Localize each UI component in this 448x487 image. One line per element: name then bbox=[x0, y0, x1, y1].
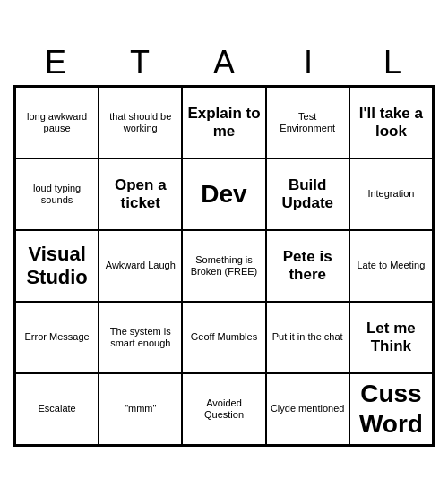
bingo-cell-9[interactable]: Integration bbox=[349, 158, 433, 230]
bingo-cell-21[interactable]: "mmm" bbox=[99, 373, 182, 445]
bingo-cell-17[interactable]: Geoff Mumbles bbox=[182, 302, 265, 373]
bingo-cell-6[interactable]: Open a ticket bbox=[99, 158, 182, 230]
bingo-cell-24[interactable]: Cuss Word bbox=[349, 373, 433, 445]
bingo-grid: long awkward pausethat should be working… bbox=[13, 85, 435, 447]
bingo-cell-16[interactable]: The system is smart enough bbox=[99, 302, 182, 373]
bingo-cell-23[interactable]: Clyde mentioned bbox=[266, 373, 349, 445]
bingo-cell-0[interactable]: long awkward pause bbox=[15, 87, 99, 158]
bingo-cell-1[interactable]: that should be working bbox=[99, 87, 182, 158]
bingo-cell-7[interactable]: Dev bbox=[182, 158, 265, 230]
bingo-cell-18[interactable]: Put it in the chat bbox=[266, 302, 349, 373]
bingo-header: E T A I L bbox=[13, 40, 435, 85]
header-i: I bbox=[266, 40, 350, 85]
bingo-cell-4[interactable]: I'll take a look bbox=[349, 87, 433, 158]
header-a: A bbox=[182, 40, 266, 85]
bingo-cell-13[interactable]: Pete is there bbox=[266, 230, 349, 302]
bingo-cell-11[interactable]: Awkward Laugh bbox=[99, 230, 182, 302]
bingo-cell-22[interactable]: Avoided Question bbox=[182, 373, 265, 445]
bingo-cell-10[interactable]: Visual Studio bbox=[15, 230, 99, 302]
header-t: T bbox=[98, 40, 182, 85]
bingo-cell-20[interactable]: Escalate bbox=[15, 373, 99, 445]
bingo-cell-5[interactable]: loud typing sounds bbox=[15, 158, 99, 230]
bingo-cell-3[interactable]: Test Environment bbox=[266, 87, 349, 158]
bingo-cell-2[interactable]: Explain to me bbox=[182, 87, 265, 158]
bingo-cell-19[interactable]: Let me Think bbox=[349, 302, 433, 373]
bingo-cell-14[interactable]: Late to Meeting bbox=[349, 230, 433, 302]
bingo-cell-15[interactable]: Error Message bbox=[15, 302, 99, 373]
bingo-cell-12[interactable]: Something is Broken (FREE) bbox=[182, 230, 265, 302]
bingo-cell-8[interactable]: Build Update bbox=[266, 158, 349, 230]
header-l: L bbox=[350, 40, 435, 85]
header-e: E bbox=[13, 40, 98, 85]
